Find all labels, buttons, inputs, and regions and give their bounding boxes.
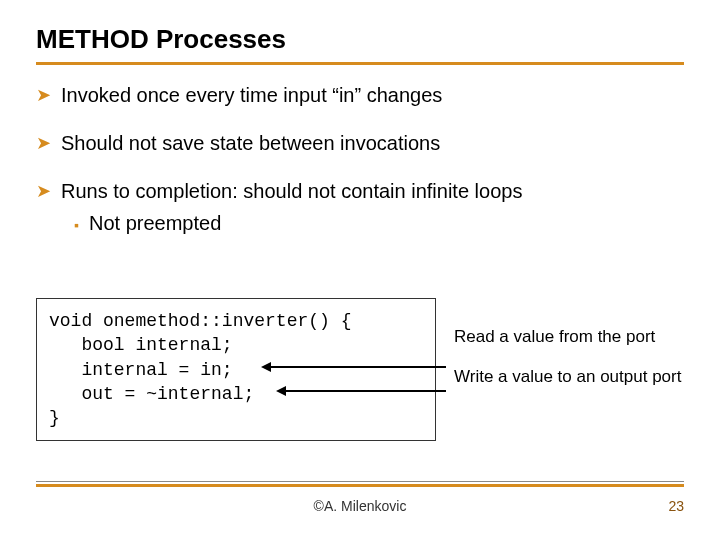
- footer-rule: [36, 481, 684, 482]
- slide-body: ➤ Invoked once every time input “in” cha…: [36, 82, 684, 257]
- annotation-text: Read a value from the port: [454, 326, 684, 347]
- arrow-head-icon: [261, 362, 271, 372]
- code-line: out = ~internal;: [49, 384, 254, 404]
- arrow-line-icon: [286, 390, 446, 392]
- square-bullet-icon: ▪: [74, 217, 79, 233]
- code-line: bool internal;: [49, 335, 233, 355]
- code-line: }: [49, 408, 60, 428]
- arrow-line-icon: [271, 366, 446, 368]
- bullet-item: ➤ Should not save state between invocati…: [36, 130, 684, 156]
- bullet-text: Invoked once every time input “in” chang…: [61, 82, 442, 108]
- bullet-text: Runs to completion: should not contain i…: [61, 178, 522, 204]
- code-line: internal = in;: [49, 360, 233, 380]
- chevron-right-icon: ➤: [36, 84, 51, 107]
- chevron-right-icon: ➤: [36, 180, 51, 203]
- bullet-item: ➤ Runs to completion: should not contain…: [36, 178, 684, 204]
- bullet-item: ➤ Invoked once every time input “in” cha…: [36, 82, 684, 108]
- footer-accent-rule: [36, 484, 684, 487]
- arrow-head-icon: [276, 386, 286, 396]
- code-box: void onemethod::inverter() { bool intern…: [36, 298, 436, 441]
- sub-bullet-item: ▪ Not preempted: [74, 212, 684, 235]
- annotation-text: Write a value to an output port: [454, 366, 684, 387]
- code-line: void onemethod::inverter() {: [49, 311, 351, 331]
- bullet-text: Should not save state between invocation…: [61, 130, 440, 156]
- footer-page-number: 23: [668, 498, 684, 514]
- footer-author: ©A. Milenkovic: [0, 498, 720, 514]
- sub-bullet-text: Not preempted: [89, 212, 221, 235]
- slide-title: METHOD Processes: [36, 24, 286, 55]
- chevron-right-icon: ➤: [36, 132, 51, 155]
- title-underline: [36, 62, 684, 65]
